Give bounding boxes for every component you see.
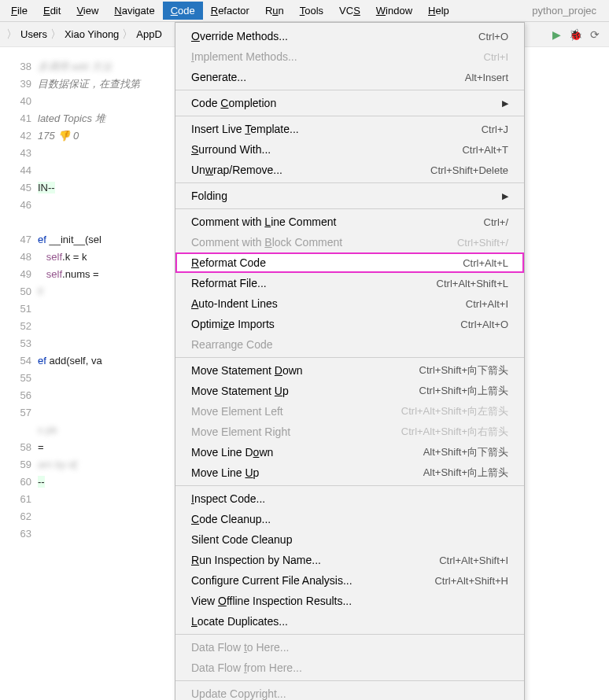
shortcut-label: Ctrl+Alt+Shift+向左箭头 — [401, 404, 508, 418]
menu-item-label: Reformat Code — [191, 256, 266, 269]
code-text: 多调用 add 方法 — [38, 61, 112, 72]
run-icon[interactable]: ▶ — [552, 28, 561, 41]
menu-item-silent-code-cleanup[interactable]: Silent Code Cleanup — [175, 529, 524, 550]
line-number: 62 — [0, 508, 31, 525]
menu-item-label: Optimize Imports — [191, 318, 275, 330]
menu-item-label: Run Inspection by Name... — [191, 554, 321, 566]
menu-item-optimize-imports[interactable]: Optimize ImportsCtrl+Alt+O — [175, 314, 524, 334]
shortcut-label: Alt+Shift+向下箭头 — [423, 445, 508, 459]
menu-item-label: Move Line Down — [191, 446, 273, 459]
line-number: 63 — [0, 525, 31, 543]
menu-item-generate[interactable]: Generate...Alt+Insert — [175, 67, 524, 87]
shortcut-label: Ctrl+Alt+T — [462, 144, 508, 156]
menu-item-data-flow-from-here: Data Flow from Here... — [175, 658, 524, 678]
menu-item-inspect-code[interactable]: Inspect Code... — [175, 488, 524, 509]
menu-item-move-element-left: Move Element LeftCtrl+Alt+Shift+向左箭头 — [175, 401, 524, 422]
line-number — [0, 422, 31, 439]
line-number-gutter: 383940414243444546 474849505152535455565… — [0, 47, 38, 700]
menu-item-code-completion[interactable]: Code Completion▶ — [175, 93, 524, 113]
menu-help[interactable]: Help — [420, 2, 457, 20]
menu-item-label: Comment with Block Comment — [191, 236, 342, 249]
code-text: IN-- — [38, 182, 55, 193]
menu-item-move-line-up[interactable]: Move Line UpAlt+Shift+向上箭头 — [175, 462, 524, 483]
chevron-right-icon: 〉 — [6, 28, 17, 42]
menu-item-run-inspection-by-name[interactable]: Run Inspection by Name...Ctrl+Alt+Shift+… — [175, 550, 524, 570]
menu-item-override-methods[interactable]: Override Methods...Ctrl+O — [175, 26, 524, 46]
code-text: -- — [38, 476, 45, 488]
menu-item-label: Generate... — [191, 71, 246, 83]
menu-item-label: Rearrange Code — [191, 338, 273, 351]
menu-window[interactable]: Window — [368, 2, 420, 20]
code-text: 175 👎 0 — [38, 130, 79, 142]
menu-separator — [175, 680, 524, 681]
project-label: python_projec — [532, 5, 606, 17]
self-keyword: self — [46, 251, 62, 263]
menu-item-locate-duplicates[interactable]: Locate Duplicates... — [175, 611, 524, 632]
menu-item-label: Insert Live Template... — [191, 123, 299, 135]
menu-item-label: Folding — [191, 190, 227, 202]
shortcut-label: Ctrl+Shift+/ — [457, 237, 508, 249]
line-number: 49 — [0, 266, 31, 283]
code-text: (sel — [85, 234, 102, 245]
menu-item-label: Move Line Up — [191, 466, 259, 479]
menu-item-label: Inspect Code... — [191, 492, 265, 505]
identifier: add — [49, 355, 66, 367]
menu-item-rearrange-code: Rearrange Code — [175, 334, 524, 355]
menu-item-label: Unwrap/Remove... — [191, 164, 282, 176]
menu-item-label: View Offline Inspection Results... — [191, 595, 352, 607]
identifier: __init__ — [49, 234, 85, 245]
menu-item-comment-with-block-comment: Comment with Block CommentCtrl+Shift+/ — [175, 232, 524, 252]
menu-item-comment-with-line-comment[interactable]: Comment with Line CommentCtrl+/ — [175, 212, 524, 232]
menu-item-surround-with[interactable]: Surround With...Ctrl+Alt+T — [175, 139, 524, 160]
menu-item-auto-indent-lines[interactable]: Auto-Indent LinesCtrl+Alt+I — [175, 293, 524, 314]
menu-view[interactable]: View — [68, 2, 106, 20]
code-text: (self, va — [66, 355, 102, 367]
menu-item-unwrap-remove[interactable]: Unwrap/Remove...Ctrl+Shift+Delete — [175, 160, 524, 180]
line-number: 44 — [0, 162, 31, 179]
menu-vcs[interactable]: VCS — [331, 2, 368, 20]
menu-item-move-element-right: Move Element RightCtrl+Alt+Shift+向右箭头 — [175, 422, 524, 442]
menu-item-folding[interactable]: Folding▶ — [175, 186, 524, 206]
line-number: 55 — [0, 370, 31, 387]
menu-tools[interactable]: Tools — [292, 2, 331, 20]
line-number: 45 — [0, 179, 31, 197]
code-text: lf — [38, 286, 43, 297]
menu-item-view-offline-inspection-results[interactable]: View Offline Inspection Results... — [175, 591, 524, 611]
menu-edit[interactable]: Edit — [35, 2, 68, 20]
breadcrumb-item[interactable]: AppD — [136, 28, 162, 40]
menu-item-configure-current-file-analysis[interactable]: Configure Current File Analysis...Ctrl+A… — [175, 570, 524, 591]
chevron-right-icon: 〉 — [122, 28, 133, 42]
menu-navigate[interactable]: Navigate — [106, 2, 162, 20]
line-number: 54 — [0, 352, 31, 370]
breadcrumb-item[interactable]: Xiao Yihong — [65, 28, 119, 40]
menu-item-code-cleanup[interactable]: Code Cleanup... — [175, 509, 524, 529]
update-icon[interactable]: ⟳ — [590, 28, 600, 41]
menubar: FileEditViewNavigateCodeRefactorRunTools… — [0, 0, 609, 22]
menu-item-label: Configure Current File Analysis... — [191, 574, 352, 587]
menu-item-reformat-file[interactable]: Reformat File...Ctrl+Alt+Shift+L — [175, 273, 524, 293]
menu-item-move-line-down[interactable]: Move Line DownAlt+Shift+向下箭头 — [175, 442, 524, 462]
menu-item-label: Override Methods... — [191, 30, 288, 42]
menu-refactor[interactable]: Refactor — [203, 2, 257, 20]
menu-code[interactable]: Code — [163, 2, 203, 20]
code-text: .k = k — [62, 251, 87, 263]
breadcrumb-item[interactable]: Users — [20, 28, 47, 40]
menu-run[interactable]: Run — [257, 2, 292, 20]
line-number: 59 — [0, 456, 31, 473]
debug-icon[interactable]: 🐞 — [569, 28, 582, 41]
line-number: 56 — [0, 387, 31, 404]
menu-item-reformat-code[interactable]: Reformat CodeCtrl+Alt+L — [175, 252, 524, 273]
menu-file[interactable]: File — [3, 2, 35, 20]
shortcut-label: Ctrl+Alt+Shift+I — [439, 554, 508, 566]
line-number: 42 — [0, 127, 31, 145]
keyword: ef — [38, 355, 49, 367]
menu-item-move-statement-down[interactable]: Move Statement DownCtrl+Shift+向下箭头 — [175, 360, 524, 381]
menu-item-move-statement-up[interactable]: Move Statement UpCtrl+Shift+向上箭头 — [175, 381, 524, 401]
menu-item-insert-live-template[interactable]: Insert Live Template...Ctrl+J — [175, 119, 524, 139]
shortcut-label: Ctrl+Shift+Delete — [430, 164, 508, 176]
menu-item-label: Data Flow to Here... — [191, 641, 290, 654]
shortcut-label: Ctrl+J — [482, 123, 508, 135]
line-number: 43 — [0, 145, 31, 162]
menu-item-label: Move Statement Up — [191, 385, 289, 397]
menu-item-label: Silent Code Cleanup — [191, 533, 292, 546]
